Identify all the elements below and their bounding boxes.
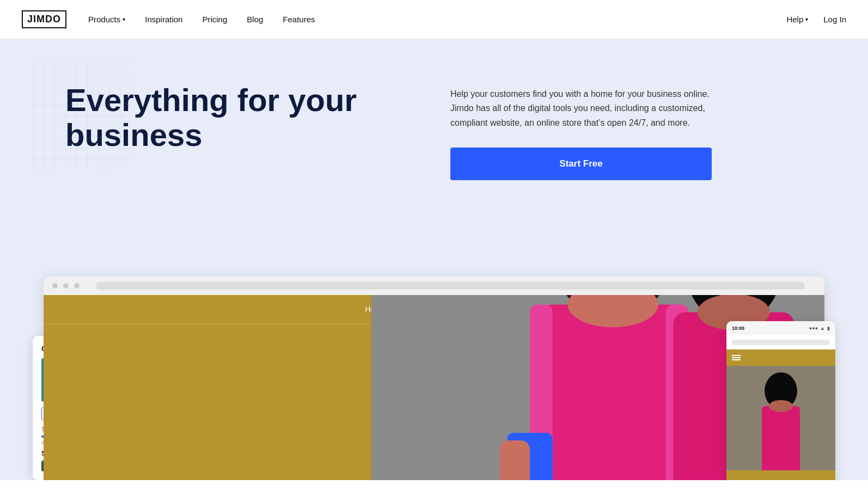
- nav-products[interactable]: Products ▾: [88, 15, 125, 24]
- mobile-menu: [726, 349, 835, 366]
- nav-links: Products ▾ Inspiration Pricing Blog Feat…: [88, 15, 786, 24]
- hero-right: Help your customers find you with a home…: [450, 83, 803, 180]
- svg-rect-0: [33, 61, 131, 170]
- mobile-url: [732, 340, 830, 345]
- browser-dot-1: [52, 283, 58, 289]
- svg-rect-14: [762, 406, 800, 470]
- grid-pattern: [33, 61, 131, 170]
- nav-inspiration[interactable]: Inspiration: [145, 15, 182, 24]
- browser-bar: [44, 277, 824, 295]
- chevron-down-icon: ▾: [123, 16, 125, 22]
- svg-rect-11: [500, 440, 530, 480]
- hamburger-icon: [732, 355, 830, 360]
- navbar: JIMDO Products ▾ Inspiration Pricing Blo…: [0, 0, 868, 39]
- start-free-button[interactable]: Start Free: [450, 148, 712, 180]
- browser-dot-2: [63, 283, 69, 289]
- chevron-down-icon: ▾: [805, 16, 808, 22]
- mobile-status-icons: ●●● ▲ ▮: [809, 326, 830, 331]
- mobile-woman-illustration: [726, 366, 835, 470]
- mobile-status-bar: 10:00 ●●● ▲ ▮: [726, 321, 835, 335]
- mobile-time: 10:00: [732, 326, 744, 331]
- nav-blog[interactable]: Blog: [247, 15, 263, 24]
- hero-description: Help your customers find you with a home…: [450, 87, 733, 130]
- nav-help[interactable]: Help ▾: [786, 15, 808, 24]
- logo[interactable]: JIMDO: [22, 10, 66, 28]
- login-button[interactable]: Log In: [823, 15, 846, 24]
- browser-url-bar: [96, 282, 805, 290]
- browser-dot-3: [74, 283, 80, 289]
- mobile-mockup: 10:00 ●●● ▲ ▮: [726, 321, 835, 480]
- browser-mockup: Home Coaching About Contact: [44, 277, 824, 480]
- hero-section: Everything for your business Help your c…: [0, 39, 868, 246]
- mobile-content: [726, 349, 835, 480]
- nav-right: Help ▾ Log In: [786, 15, 846, 24]
- nav-features[interactable]: Features: [283, 15, 315, 24]
- nav-pricing[interactable]: Pricing: [202, 15, 227, 24]
- preview-section: Color Palette Create palette from image …: [0, 246, 868, 480]
- svg-point-15: [769, 400, 793, 412]
- browser-content: Home Coaching About Contact: [44, 295, 824, 480]
